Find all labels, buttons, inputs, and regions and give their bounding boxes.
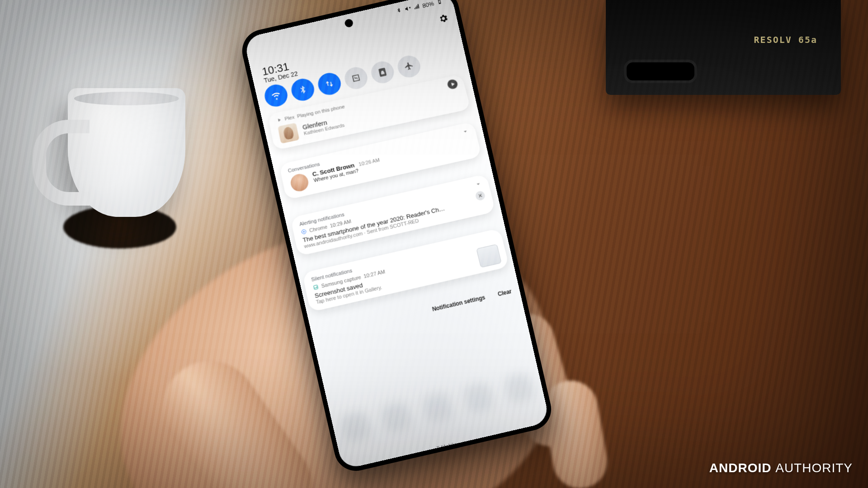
speaker-prop: RESOLV 65a [606,0,841,95]
speaker-badge: RESOLV 65a [754,35,817,44]
qs-wifi[interactable] [263,82,290,108]
qs-nfc[interactable] [343,65,370,91]
photo-scene: RESOLV 65a [0,0,868,488]
chrome-icon [301,229,307,235]
battery-icon [436,0,443,6]
avatar [289,172,310,193]
speaker-port [624,60,697,83]
notification-settings-button[interactable]: Notification settings [431,294,486,313]
mug-prop [68,88,185,217]
svg-point-1 [303,231,305,233]
watermark-light: AUTHORITY [775,461,853,475]
watermark-bold: ANDROID [709,461,772,475]
qs-secure-folder[interactable] [369,59,396,85]
signal-icon [413,3,420,12]
clear-button[interactable]: Clear [497,288,512,297]
qs-mobile-data[interactable] [316,71,343,97]
album-art [279,125,301,146]
bluetooth-icon [395,7,403,16]
play-button[interactable] [446,79,458,91]
battery-label: 80% [422,0,435,9]
qs-airplane[interactable] [396,53,423,80]
mute-icon [404,5,411,14]
watermark: ANDROID AUTHORITY [709,462,853,474]
gallery-icon [312,284,319,291]
shade-footer: Notification settings Clear [307,285,524,342]
qs-bluetooth[interactable] [289,77,316,103]
media-app-label: Plex [285,116,296,123]
